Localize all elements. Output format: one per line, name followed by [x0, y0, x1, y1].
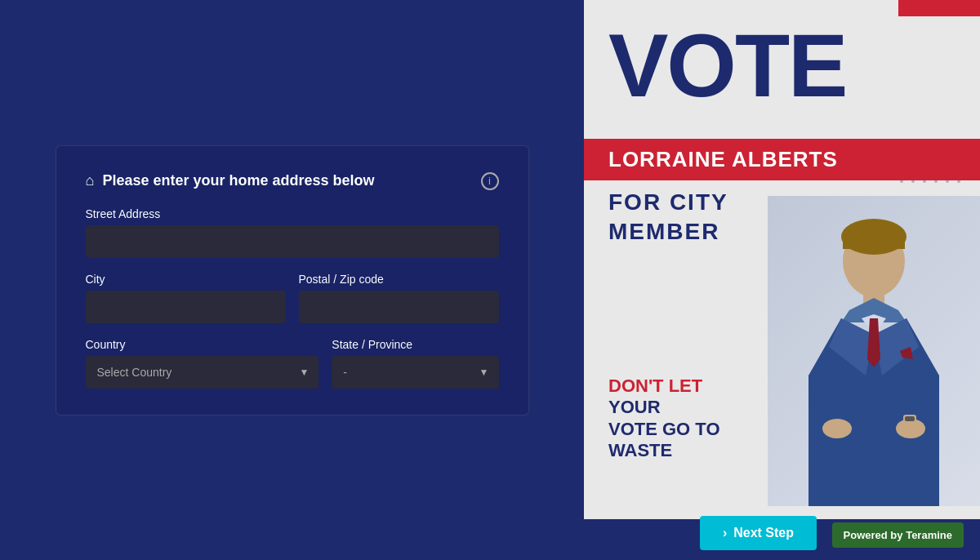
for-city-line1: FOR CITY	[608, 188, 728, 217]
teramine-brand: Teramine	[906, 529, 952, 541]
form-header: ⌂ Please enter your home address below	[86, 172, 499, 189]
state-select[interactable]: - Alabama Alaska California New York Tex…	[332, 356, 498, 389]
city-label: City	[86, 273, 286, 286]
form-container: ⌂ Please enter your home address below i…	[56, 145, 529, 416]
country-select[interactable]: Select Country United States Canada Unit…	[86, 356, 319, 389]
vote-heading: VOTE	[608, 20, 847, 110]
powered-by-badge: Powered by Teramine	[832, 522, 964, 548]
person-svg	[776, 212, 972, 506]
home-icon: ⌂	[86, 172, 95, 189]
postal-group: Postal / Zip code	[299, 273, 499, 323]
postal-label: Postal / Zip code	[299, 273, 499, 286]
city-group: City	[86, 273, 286, 323]
dont-let-line1: DON'T LET	[608, 376, 720, 397]
state-group: State / Province - Alabama Alaska Califo…	[332, 338, 498, 389]
name-banner: LORRAINE ALBERTS	[584, 139, 980, 180]
form-title: Please enter your home address below	[102, 172, 374, 189]
person-area	[768, 196, 980, 506]
state-label: State / Province	[332, 338, 498, 351]
svg-point-4	[822, 419, 852, 438]
powered-by-text: Powered by	[844, 529, 903, 541]
street-address-input[interactable]	[86, 225, 499, 258]
for-city-line2: MEMBER	[608, 217, 728, 247]
country-group: Country Select Country United States Can…	[86, 338, 319, 389]
city-input[interactable]	[86, 291, 286, 323]
country-state-row: Country Select Country United States Can…	[86, 338, 499, 389]
street-address-group: Street Address	[86, 207, 499, 258]
next-step-button[interactable]: › Next Step	[700, 516, 817, 550]
next-step-label: Next Step	[733, 526, 794, 540]
postal-input[interactable]	[299, 291, 499, 323]
candidate-name: LORRAINE ALBERTS	[608, 147, 838, 172]
city-postal-row: City Postal / Zip code	[86, 273, 499, 323]
dont-let-line2: YOUR	[608, 397, 720, 418]
next-step-arrow-icon: ›	[723, 526, 727, 540]
dont-let-line3: VOTE GO TO	[608, 419, 720, 440]
svg-rect-8	[905, 416, 915, 421]
right-panel: VOTE LORRAINE ALBERTS FOR CITY MEMBER	[584, 0, 980, 560]
street-address-label: Street Address	[86, 207, 499, 220]
info-icon[interactable]: i	[481, 172, 499, 190]
for-city-text: FOR CITY MEMBER	[608, 188, 728, 247]
country-label: Country	[86, 338, 319, 351]
state-select-wrapper: - Alabama Alaska California New York Tex…	[332, 356, 498, 389]
dont-let-line4: WASTE	[608, 440, 720, 461]
red-accent-top	[898, 0, 980, 16]
dont-let-text: DON'T LET YOUR VOTE GO TO WASTE	[608, 376, 720, 462]
svg-rect-2	[843, 233, 905, 249]
left-panel: ⌂ Please enter your home address below i…	[0, 0, 584, 560]
country-select-wrapper: Select Country United States Canada Unit…	[86, 356, 319, 389]
